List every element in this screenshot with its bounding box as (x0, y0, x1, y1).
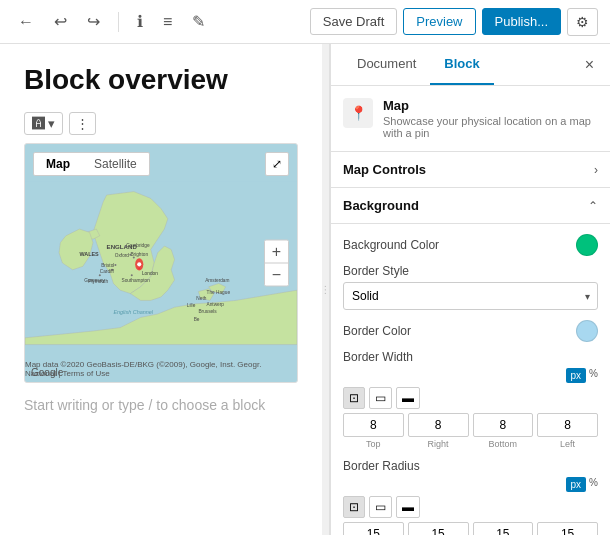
border-width-left-label: Left (537, 439, 598, 449)
block-info: 📍 Map Showcase your physical location on… (331, 86, 610, 152)
border-width-top-label: Top (343, 439, 404, 449)
border-color-swatch[interactable] (576, 320, 598, 342)
border-width-unit-button[interactable]: px (566, 368, 587, 383)
back-button[interactable]: ← (12, 9, 40, 35)
toolbar-left: ← ↩ ↪ ℹ ≡ ✎ (12, 8, 211, 35)
svg-text:Bristol: Bristol (101, 263, 114, 268)
undo-button[interactable]: ↩ (48, 8, 73, 35)
border-width-unit-row: px % (343, 368, 598, 383)
svg-text:Amsterdam: Amsterdam (205, 278, 229, 283)
border-width-field: Border Width px % ⊡ ▭ ▬ 8 8 8 8 Top (343, 350, 598, 449)
border-width-custom-icon[interactable]: ▬ (396, 387, 420, 409)
map-tab-map[interactable]: Map (34, 153, 82, 175)
border-radius-custom-icon[interactable]: ▬ (396, 496, 420, 518)
toolbar: ← ↩ ↪ ℹ ≡ ✎ Save Draft Preview Publish..… (0, 0, 610, 44)
block-type-button[interactable]: 🅰 ▾ (24, 112, 63, 135)
border-width-labels: Top Right Bottom Left (343, 439, 598, 449)
sidebar-header: Document Block × (331, 44, 610, 86)
svg-text:Lille: Lille (187, 303, 196, 308)
border-width-icon-row: ⊡ ▭ ▬ (343, 387, 598, 409)
block-info-text: Map Showcase your physical location on a… (383, 98, 598, 139)
background-section-content: Background Color Border Style Solid Dash… (331, 224, 610, 535)
toolbar-divider (118, 12, 119, 32)
border-width-label: Border Width (343, 350, 598, 364)
map-tabs: Map Satellite (33, 152, 150, 176)
map-controls-section-header[interactable]: Map Controls › (331, 152, 610, 188)
zoom-in-button[interactable]: + (265, 241, 288, 263)
redo-button[interactable]: ↪ (81, 8, 106, 35)
main-layout: Block overview 🅰 ▾ ⋮ Map Satellite ⤢ + − (0, 44, 610, 535)
border-radius-link-icon[interactable]: ⊡ (343, 496, 365, 518)
map-controls-label: Map Controls (343, 162, 426, 177)
list-view-button[interactable]: ≡ (157, 9, 178, 35)
preview-button[interactable]: Preview (403, 8, 475, 35)
svg-text:Brussels: Brussels (198, 309, 217, 314)
map-expand-button[interactable]: ⤢ (265, 152, 289, 176)
svg-text:Guernsey: Guernsey (84, 278, 105, 283)
map-image: English Channel ENGLAND WALES London Oxf… (25, 144, 297, 382)
border-radius-top-input[interactable] (343, 522, 404, 535)
toolbar-right: Save Draft Preview Publish... ⚙ (310, 8, 598, 36)
border-color-label: Border Color (343, 324, 411, 338)
editor-area: Block overview 🅰 ▾ ⋮ Map Satellite ⤢ + − (0, 44, 322, 535)
border-radius-left-input[interactable] (537, 522, 598, 535)
border-radius-icon-row: ⊡ ▭ ▬ (343, 496, 598, 518)
border-style-field: Border Style Solid Dashed Dotted None ▾ (343, 264, 598, 310)
resize-handle[interactable]: · · · (322, 44, 330, 535)
map-tab-satellite[interactable]: Satellite (82, 153, 149, 175)
border-width-top-input[interactable]: 8 (343, 413, 404, 437)
sidebar-close-button[interactable]: × (581, 52, 598, 78)
zoom-out-button[interactable]: − (265, 263, 288, 286)
border-width-left-input[interactable]: 8 (537, 413, 598, 437)
info-button[interactable]: ℹ (131, 8, 149, 35)
settings-button[interactable]: ⚙ (567, 8, 598, 36)
placeholder-text[interactable]: Start writing or type / to choose a bloc… (24, 397, 298, 413)
border-width-bottom-label: Bottom (473, 439, 534, 449)
border-radius-inputs (343, 522, 598, 535)
svg-text:Southampton: Southampton (122, 278, 151, 283)
svg-text:London: London (142, 271, 158, 276)
border-style-select[interactable]: Solid Dashed Dotted None (343, 282, 598, 310)
sidebar-tabs: Document Block (343, 44, 494, 85)
block-description: Showcase your physical location on a map… (383, 115, 598, 139)
border-width-bottom-input[interactable]: 8 (473, 413, 534, 437)
svg-text:Be: Be (194, 317, 200, 322)
publish-button[interactable]: Publish... (482, 8, 561, 35)
background-color-label: Background Color (343, 238, 439, 252)
svg-point-27 (131, 274, 133, 276)
tab-document[interactable]: Document (343, 44, 430, 85)
border-width-percent-label: % (589, 368, 598, 383)
border-width-right-input[interactable]: 8 (408, 413, 469, 437)
border-radius-unit-button[interactable]: px (566, 477, 587, 492)
block-name: Map (383, 98, 598, 113)
border-radius-right-input[interactable] (408, 522, 469, 535)
block-options-button[interactable]: ⋮ (69, 112, 96, 135)
page-title: Block overview (24, 64, 298, 96)
block-type-arrow: ▾ (48, 116, 55, 131)
svg-text:English Channel: English Channel (113, 309, 153, 315)
border-radius-individual-icon[interactable]: ▭ (369, 496, 392, 518)
border-width-link-icon[interactable]: ⊡ (343, 387, 365, 409)
sidebar: Document Block × 📍 Map Showcase your phy… (330, 44, 610, 535)
svg-text:Cardiff: Cardiff (100, 269, 115, 274)
svg-text:Cambridge: Cambridge (126, 243, 150, 248)
svg-text:Oxford: Oxford (115, 253, 130, 258)
svg-point-23 (99, 274, 101, 276)
edit-button[interactable]: ✎ (186, 8, 211, 35)
background-chevron-icon: ⌃ (588, 199, 598, 213)
svg-text:Antwerp: Antwerp (207, 302, 225, 307)
map-attribution: Map data ©2020 GeoBasis-DE/BKG (©2009), … (25, 360, 293, 378)
border-style-label: Border Style (343, 264, 598, 278)
svg-point-13 (137, 262, 141, 266)
border-width-individual-icon[interactable]: ▭ (369, 387, 392, 409)
background-color-swatch[interactable] (576, 234, 598, 256)
background-section-header[interactable]: Background ⌃ (331, 188, 610, 224)
map-controls-chevron-icon: › (594, 163, 598, 177)
border-radius-bottom-input[interactable] (473, 522, 534, 535)
save-draft-button[interactable]: Save Draft (310, 8, 397, 35)
background-color-row: Background Color (343, 234, 598, 256)
map-block: Map Satellite ⤢ + − (24, 143, 298, 383)
svg-point-21 (114, 264, 116, 266)
background-label: Background (343, 198, 419, 213)
tab-block[interactable]: Block (430, 44, 493, 85)
